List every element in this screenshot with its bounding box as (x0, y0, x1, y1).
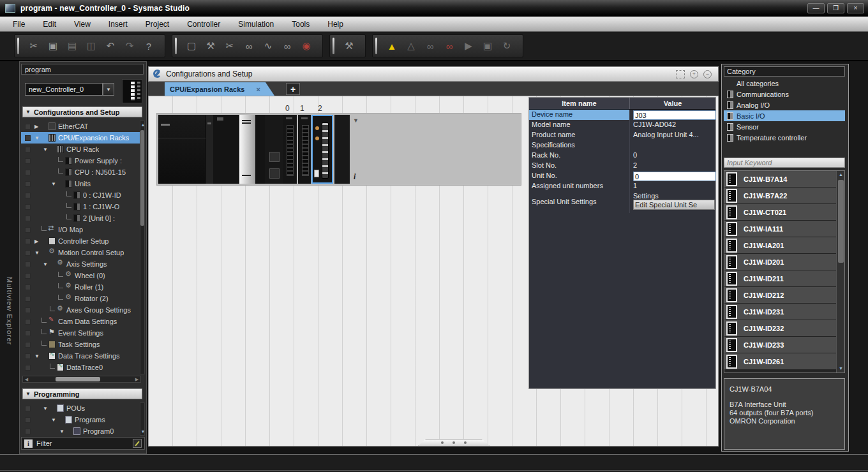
tree-item-checkbox[interactable] (25, 330, 31, 336)
part-item[interactable]: CJ1W-IA201 (724, 237, 844, 253)
tree-expand-icon[interactable]: ▼ (43, 147, 50, 152)
edit-special-unit-settings-button[interactable]: Edit Special Unit Se (633, 200, 715, 210)
tree-expand-icon[interactable]: ▼ (34, 135, 41, 141)
multiview-explorer-strip[interactable]: Multiview Explorer (0, 61, 19, 454)
tree-item-checkbox[interactable] (25, 353, 31, 359)
tree-horizontal-scrollbar[interactable]: ◀ ▶ (22, 376, 141, 383)
tree-item[interactable]: 0 : CJ1W-ID (21, 189, 142, 201)
menu-item[interactable]: File (4, 17, 34, 31)
tree-item[interactable]: ▼ CPU/Expansion Racks (21, 132, 142, 144)
tree-item-checkbox[interactable] (25, 429, 31, 434)
menu-item[interactable]: Edit (34, 17, 65, 31)
scroll-left-icon[interactable]: ◀ (23, 376, 30, 382)
part-item[interactable]: CJ1W-IA111 (724, 221, 844, 237)
tree-item[interactable]: Event Settings (21, 327, 142, 339)
cpu-unit[interactable] (213, 115, 239, 184)
scroll-down-icon[interactable]: ▼ (837, 365, 845, 372)
toolbar-icon[interactable]: ✂ (26, 38, 42, 54)
tree-item[interactable]: Roller (1) (21, 281, 142, 293)
pin-icon[interactable] (133, 439, 142, 448)
toolbar-icon[interactable]: ⚒ (341, 38, 357, 54)
scroll-right-icon[interactable]: ▶ (133, 376, 140, 382)
parts-scrollbar[interactable]: ▲ ▼ (836, 171, 844, 372)
tree-item[interactable]: ▶ EtherCAT (21, 121, 142, 132)
menu-item[interactable]: Simulation (229, 17, 283, 31)
toolbar-icon[interactable]: ∿ (260, 38, 276, 54)
tree-expand-icon[interactable]: ▼ (51, 181, 58, 187)
tree-expand-icon[interactable]: ▶ (34, 124, 41, 129)
tree-vertical-scrollbar[interactable]: ▲ (140, 121, 145, 374)
tree-item-checkbox[interactable] (25, 204, 31, 210)
menu-item[interactable]: Tools (283, 17, 318, 31)
part-item[interactable]: CJ1W-B7A14 (724, 171, 844, 187)
tab-close-icon[interactable]: × (257, 85, 260, 93)
scrollbar-thumb[interactable] (56, 377, 100, 381)
property-row[interactable]: Slot No. 2 (529, 161, 715, 171)
tree-item[interactable]: Power Supply : (21, 155, 142, 166)
tab-cpu-expansion-racks[interactable]: CPU/Expansion Racks × (165, 82, 274, 96)
toolbar-icon[interactable]: ✂ (221, 38, 238, 54)
tree-expand-icon[interactable]: ▼ (43, 262, 50, 267)
tree-item-checkbox[interactable] (25, 170, 31, 175)
property-row[interactable]: Device name (529, 110, 715, 120)
toolbar-icon[interactable]: ↷ (121, 38, 138, 54)
scroll-down-icon[interactable]: ▼ (140, 429, 146, 434)
tree-item-checkbox[interactable] (25, 342, 31, 348)
tree-item[interactable]: ▼ Motion Control Setup (21, 247, 142, 258)
property-row[interactable]: Specifications (529, 140, 715, 151)
property-row[interactable]: Special Unit Settings Settings Edit Spec… (529, 191, 715, 213)
toolbar-icon[interactable]: ◉ (298, 38, 315, 54)
tree-item-checkbox[interactable] (25, 193, 31, 198)
toolbar-icon[interactable]: ▣ (45, 38, 61, 54)
zoom-control-icon[interactable] (676, 70, 685, 78)
tree-item[interactable]: ▼ Programs (21, 414, 142, 425)
toolbar-icon[interactable]: ∞ (279, 38, 296, 54)
tree-item[interactable]: ▼ Program0 (21, 425, 142, 437)
power-supply-unit[interactable] (158, 115, 206, 184)
toolbar-icon[interactable]: ∞ (422, 38, 438, 54)
part-item[interactable]: CJ1W-B7A22 (724, 188, 844, 203)
rack-dropdown-icon[interactable]: ▼ (353, 117, 359, 124)
tree-item[interactable]: Cam Data Settings (21, 316, 142, 327)
tree-item[interactable]: ▼ POUs (21, 402, 142, 414)
tree-item[interactable]: DataTrace0 (21, 362, 142, 373)
rack-info-icon[interactable]: i (354, 172, 355, 182)
tree-item-checkbox[interactable] (25, 307, 31, 313)
category-item[interactable]: Analog I/O (724, 100, 845, 110)
slot-0-unit[interactable] (283, 115, 297, 184)
toolbar-icon[interactable]: ↶ (102, 38, 119, 54)
tree-item-checkbox[interactable] (25, 296, 31, 302)
property-value-input[interactable] (633, 172, 716, 181)
menu-item[interactable]: Help (318, 17, 352, 31)
tree-item[interactable]: 2 [Unit 0] : (21, 212, 142, 224)
tree-item[interactable]: I/O Map (21, 224, 142, 235)
tree-expand-icon[interactable]: ▼ (59, 429, 66, 434)
part-item[interactable]: CJ1W-ID211 (724, 270, 844, 286)
menu-item[interactable]: Controller (178, 17, 229, 31)
tree-item[interactable]: ▼ Axis Settings (21, 258, 142, 270)
toolbar-icon[interactable]: ↻ (498, 38, 515, 54)
property-value-input[interactable] (633, 110, 716, 120)
category-item[interactable]: Temperature controller (724, 132, 845, 143)
toolbar-icon[interactable]: ∞ (441, 38, 458, 54)
menu-item[interactable]: Insert (100, 17, 137, 31)
part-item[interactable]: CJ1W-ID212 (724, 287, 844, 303)
property-row[interactable]: Unit No. (529, 171, 715, 181)
tree-item[interactable]: 1 : CJ1W-O (21, 201, 142, 212)
toolbar-icon[interactable]: ▲ (384, 38, 400, 54)
tree-item-checkbox[interactable] (25, 365, 31, 371)
tree-expand-icon[interactable]: ▼ (51, 417, 58, 423)
part-item[interactable]: CJ1W-ID261 (724, 353, 844, 369)
category-item[interactable]: Basic I/O (724, 110, 845, 121)
tree-expand-icon[interactable]: ▶ (34, 239, 41, 244)
bottom-splitter-grip[interactable] (418, 439, 490, 446)
tree-item-checkbox[interactable] (25, 319, 31, 325)
add-tab-button[interactable]: + (286, 83, 300, 95)
toolbar-icon[interactable]: ▣ (479, 38, 496, 54)
tree-item-checkbox[interactable] (25, 239, 31, 244)
part-item[interactable]: CJ1W-ID231 (724, 304, 844, 320)
toolbar-icon[interactable]: △ (403, 38, 419, 54)
toolbar-icon[interactable]: ⚒ (202, 38, 219, 54)
toolbar-icon[interactable]: ▶ (460, 38, 477, 54)
tree-item[interactable]: Wheel (0) (21, 270, 142, 281)
